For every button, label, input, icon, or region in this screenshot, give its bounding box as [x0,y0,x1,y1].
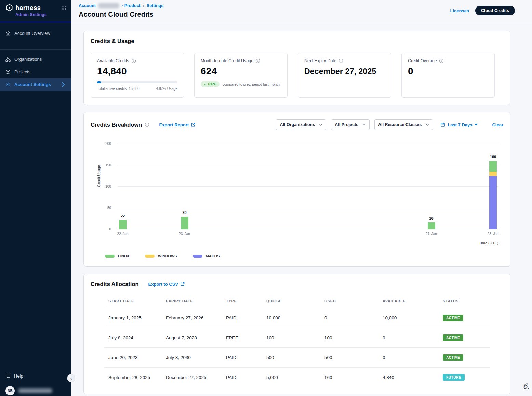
projects-filter[interactable]: All Projects [331,119,370,130]
cell-expiry-date: February 27, 2026 [162,308,222,328]
x-tick-label: 28. Jan [479,232,507,236]
user-profile[interactable]: NB [5,382,66,395]
redacted-account-name [98,3,119,8]
chevron-right-icon [61,82,66,87]
cell-type: FREE [222,328,262,348]
breadcrumb-product-link[interactable]: - Product [122,3,141,8]
sidebar-item-label: Organizations [14,57,42,62]
status-badge: ACTIVE [443,315,463,321]
licenses-link[interactable]: Licenses [450,8,469,13]
stat-card-month-to-date: Month-to-date Credit Usage 624 ▲186% com… [194,53,288,98]
sidebar-divider [0,49,71,50]
gridline [117,229,498,229]
chart-bar-segment[interactable] [181,217,188,230]
cell-start-date: September 28, 2025 [104,368,162,387]
credits-progress-fill [97,81,101,83]
breadcrumb: Account - Product › Settings [79,3,515,8]
x-tick-label: 27. Jan [418,232,445,236]
breadcrumb-account-link[interactable]: Account [79,3,96,8]
cell-available: 10,000 [378,308,439,328]
legend-label: MACOS [206,254,220,258]
cell-quota: 5,000 [262,368,320,387]
chart-bar-segment[interactable] [428,222,435,229]
next-expiry-value: December 27, 2025 [304,66,385,77]
clear-filters-link[interactable]: Clear [492,122,503,127]
cube-icon [5,69,11,74]
sidebar-footer: Help NB [0,370,71,396]
delta-percent: 186% [208,82,216,86]
sidebar-header: harness Admin Settings [0,0,71,22]
bar-total-label: 160 [483,155,503,159]
handwriting-artifact: 6. [523,382,530,391]
org-chart-icon [5,57,11,62]
cell-expiry-date: August 7, 2028 [162,328,222,348]
info-icon[interactable] [255,58,260,63]
x-tick-label: 23. Jan [171,232,198,236]
module-grid-icon[interactable] [61,5,66,12]
sidebar-nav: Account Overview Organizations Projects … [0,22,71,91]
stat-card-credit-overage: Credit Overage 0 [401,53,495,98]
gear-icon [5,82,11,87]
brand-name: harness [15,4,41,12]
legend-item-windows[interactable]: WINDOWS [145,254,177,258]
table-row[interactable]: June 20, 2023 July 8, 2030 PAID 500 500 … [104,348,490,368]
breadcrumb-settings-link[interactable]: Settings [147,3,163,8]
sidebar-item-organizations[interactable]: Organizations [0,53,71,66]
info-icon[interactable] [131,58,136,63]
credits-breakdown-section: Credits Breakdown Export Report All Orga… [83,112,510,267]
available-credits-value: 14,840 [97,66,177,77]
stat-card-next-expiry: Next Expiry Date December 27, 2025 [298,53,391,98]
date-range-filter[interactable]: Last 7 Days [440,122,478,127]
organizations-filter[interactable]: All Organizations [276,119,326,130]
cell-available: 4,840 [378,368,439,387]
table-row[interactable]: July 8, 2024 August 7, 2028 FREE 100 100… [104,328,490,348]
x-tick-label: 22. Jan [109,232,136,236]
mtd-usage-value: 624 [201,66,281,77]
cell-start-date: January 1, 2025 [104,308,162,328]
sidebar-collapse-button[interactable]: ‹ [67,374,75,382]
y-tick-label: 50 [107,206,111,210]
cell-type: PAID [222,368,262,387]
info-icon[interactable] [145,122,149,127]
legend-item-linux[interactable]: LINUX [105,254,129,258]
cell-used: 160 [320,368,378,387]
cell-quota: 10,000 [262,308,320,328]
resource-classes-filter[interactable]: All Resource Classes [374,119,433,130]
column-header: USED [320,296,378,308]
windows-swatch [145,255,155,258]
column-header: EXPIRY DATE [162,296,222,308]
status-badge: ACTIVE [443,334,463,341]
cloud-credits-button[interactable]: Cloud Credits [475,6,515,15]
chart-bar-segment[interactable] [119,220,127,230]
redacted-username [18,388,52,393]
cell-expiry-date: July 8, 2030 [162,348,222,368]
export-csv-link[interactable]: Export to CSV [148,282,185,287]
credit-overage-value: 0 [408,66,488,77]
header-actions: Licenses Cloud Credits [450,6,515,15]
legend-item-macos[interactable]: MACOS [193,254,220,258]
cell-quota: 100 [262,328,320,348]
cell-type: PAID [222,348,262,368]
column-header: TYPE [222,296,262,308]
export-report-link[interactable]: Export Report [159,122,195,127]
avatar[interactable]: NB [5,386,15,395]
info-icon[interactable] [439,58,444,63]
sidebar-item-account-settings[interactable]: Account Settings [0,78,71,91]
export-csv-label: Export to CSV [148,282,178,287]
sidebar-item-account-overview[interactable]: Account Overview [0,27,71,40]
page-content: Credits & Usage Available Credits 14,840… [71,23,532,396]
delta-note: compared to prev. period last month [223,82,280,86]
column-header: START DATE [104,296,162,308]
chart-bar-segment[interactable] [489,176,497,229]
help-button[interactable]: Help [5,370,66,382]
credits-progress-bar [97,81,177,83]
legend-label: WINDOWS [158,254,177,258]
table-row[interactable]: September 28, 2025 December 27, 2025 PAI… [104,368,490,387]
chart-bar-segment[interactable] [489,161,497,172]
chart-bar-segment[interactable] [489,172,497,176]
sidebar-item-label: Account Overview [14,31,50,36]
chart-legend: LINUX WINDOWS MACOS [105,254,503,258]
sidebar-item-projects[interactable]: Projects [0,66,71,78]
table-row[interactable]: January 1, 2025 February 27, 2026 PAID 1… [104,308,490,328]
info-icon[interactable] [338,58,343,63]
